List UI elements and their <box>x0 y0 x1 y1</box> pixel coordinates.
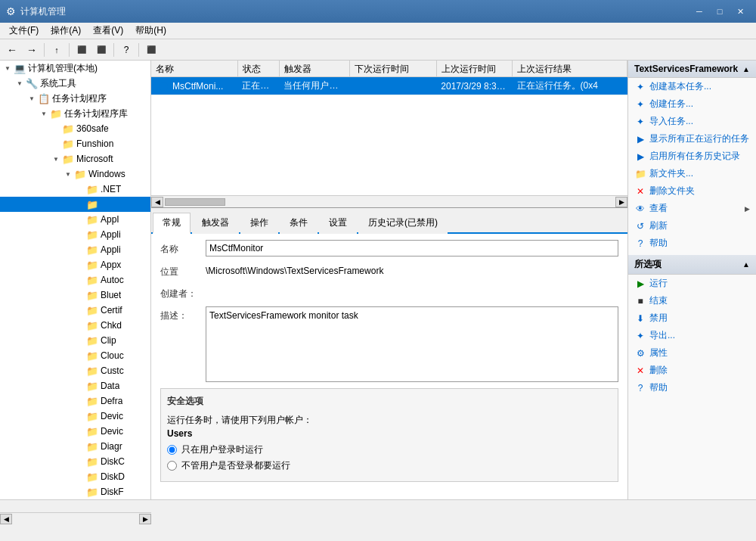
action-section-header-sub[interactable]: 所选项 ▲ <box>628 255 756 275</box>
action-end[interactable]: ■ 结束 <box>628 292 756 309</box>
tree-root[interactable]: ▼ 💻 计算机管理(本地) <box>0 61 150 76</box>
tree-expand-bluet[interactable] <box>74 289 86 301</box>
tree-expand-devic2[interactable] <box>74 425 86 437</box>
tab-general[interactable]: 常规 <box>153 213 191 234</box>
tree-expand-data[interactable] <box>74 380 86 392</box>
action-new-folder[interactable]: 📁 新文件夹... <box>628 165 756 182</box>
col-status[interactable]: 状态 <box>238 61 280 77</box>
task-scroll-right[interactable]: ▶ <box>615 197 627 207</box>
col-next-run[interactable]: 下次运行时间 <box>350 61 437 77</box>
tree-expand-clip[interactable] <box>74 334 86 347</box>
tree-expand-appli1[interactable] <box>74 229 86 241</box>
action-delete[interactable]: ✕ 删除 <box>628 362 756 379</box>
tree-expand-diskf[interactable] <box>74 486 86 498</box>
tree-funshion[interactable]: 📁 Funshion <box>0 136 150 151</box>
action-enable-history[interactable]: ▶ 启用所有任务历史记录 <box>628 148 756 165</box>
tree-expand-diskc[interactable] <box>74 455 86 468</box>
col-name[interactable]: 名称 <box>151 61 238 77</box>
tree-autoc[interactable]: 📁 Autoc <box>0 272 150 288</box>
tree-chkd[interactable]: 📁 Chkd <box>0 318 150 333</box>
back-button[interactable]: ← <box>3 42 21 58</box>
forward-button[interactable]: → <box>23 42 41 58</box>
action-create-task[interactable]: ✦ 创建任务... <box>628 95 756 113</box>
action-run[interactable]: ▶ 运行 <box>628 275 756 292</box>
tree-system-tools[interactable]: ▼ 🔧 系统工具 <box>0 76 150 91</box>
tree-diskc[interactable]: 📁 DiskC <box>0 454 150 469</box>
action-disable[interactable]: ⬇ 禁用 <box>628 309 756 327</box>
tree-expand-active[interactable] <box>74 198 86 210</box>
tree-expand-certif[interactable] <box>74 304 86 316</box>
action-view[interactable]: 👁 查看 ▶ <box>628 200 756 217</box>
tree-certif[interactable]: 📁 Certif <box>0 303 150 318</box>
action-section-header-main[interactable]: TextServicesFramework ▲ <box>628 61 756 78</box>
menu-action[interactable]: 操作(A) <box>45 23 87 39</box>
tree-expand-appi[interactable] <box>74 213 86 225</box>
tree-expand-diskd[interactable] <box>74 471 86 483</box>
menu-view[interactable]: 查看(V) <box>87 23 129 39</box>
tree-task-scheduler[interactable]: ▼ 📋 任务计划程序 <box>0 91 150 106</box>
tree-data[interactable]: 📁 Data <box>0 378 150 393</box>
tree-expand-funshion[interactable] <box>50 138 62 150</box>
tree-bluet[interactable]: 📁 Bluet <box>0 288 150 303</box>
tree-devic1[interactable]: 📁 Devic <box>0 409 150 424</box>
maximize-button[interactable]: □ <box>710 4 730 19</box>
tree-custc[interactable]: 📁 Custc <box>0 363 150 378</box>
col-last-result[interactable]: 上次运行结果 <box>513 61 627 77</box>
radio-login[interactable] <box>167 445 177 455</box>
tree-expand-windows[interactable]: ▼ <box>62 168 74 180</box>
tree-expand-appx[interactable] <box>74 259 86 271</box>
tree-clip[interactable]: 📁 Clip <box>0 333 150 348</box>
tree-dotnet[interactable]: 📁 .NET <box>0 182 150 197</box>
tree-expand-360[interactable] <box>50 123 62 135</box>
extra-button[interactable]: ⬛ <box>142 42 160 58</box>
tree-expand-chkd[interactable] <box>74 319 86 331</box>
tree-expand-clouc[interactable] <box>74 350 86 362</box>
tree-expand-dotnet[interactable] <box>74 183 86 195</box>
tree-appx[interactable]: 📁 Appx <box>0 257 150 272</box>
action-export[interactable]: ✦ 导出... <box>628 327 756 344</box>
col-trigger[interactable]: 触发器 <box>280 61 350 77</box>
action-properties[interactable]: ⚙ 属性 <box>628 344 756 362</box>
menu-help[interactable]: 帮助(H) <box>129 23 172 39</box>
tree-expand-root[interactable]: ▼ <box>2 62 14 74</box>
up-button[interactable]: ↑ <box>48 42 66 58</box>
tree-windows[interactable]: ▼ 📁 Windows <box>0 166 150 182</box>
tree-expand-diagr[interactable] <box>74 440 86 452</box>
task-list-hscroll[interactable]: ◀ ▶ <box>151 195 627 207</box>
tree-diagr[interactable]: 📁 Diagr <box>0 439 150 454</box>
minimize-button[interactable]: ─ <box>689 4 709 19</box>
tree-expand-library[interactable]: ▼ <box>38 107 50 120</box>
radio-always[interactable] <box>167 461 177 471</box>
tree-360safe[interactable]: 📁 360safe <box>0 121 150 136</box>
tree-expand-defra[interactable] <box>74 395 86 407</box>
action-create-basic[interactable]: ✦ 创建基本任务... <box>628 78 756 95</box>
action-show-running[interactable]: ▶ 显示所有正在运行的任务 <box>628 130 756 148</box>
action-help-main[interactable]: ? 帮助 <box>628 235 756 252</box>
tree-microsoft[interactable]: ▼ 📁 Microsoft <box>0 151 150 166</box>
tab-history[interactable]: 历史记录(已禁用) <box>358 213 448 234</box>
tab-triggers[interactable]: 触发器 <box>192 213 239 234</box>
action-refresh[interactable]: ↺ 刷新 <box>628 217 756 235</box>
menu-file[interactable]: 文件(F) <box>3 23 45 39</box>
tree-expand-microsoft[interactable]: ▼ <box>50 153 62 165</box>
action-help-sub[interactable]: ? 帮助 <box>628 379 756 396</box>
tree-devic2[interactable]: 📁 Devic <box>0 424 150 439</box>
tree-defra[interactable]: 📁 Defra <box>0 393 150 409</box>
tree-expand-system[interactable]: ▼ <box>14 77 26 89</box>
tree-clouc[interactable]: 📁 Clouc <box>0 348 150 363</box>
tree-appli1[interactable]: 📁 Appli <box>0 227 150 242</box>
tree-expand-task[interactable]: ▼ <box>26 92 38 104</box>
tree-expand-appli2[interactable] <box>74 244 86 256</box>
help-button[interactable]: ? <box>117 42 135 58</box>
action-delete-folder[interactable]: ✕ 删除文件夹 <box>628 182 756 200</box>
action-import-task[interactable]: ✦ 导入任务... <box>628 113 756 130</box>
tree-appli2[interactable]: 📁 Appli <box>0 242 150 257</box>
tree-appi[interactable]: 📁 AppI <box>0 212 150 227</box>
tree-active[interactable]: 📁 <box>0 197 150 212</box>
close-button[interactable]: ✕ <box>730 4 750 19</box>
form-input-name[interactable] <box>206 240 618 257</box>
col-last-run[interactable]: 上次运行时间 <box>437 61 513 77</box>
tab-settings[interactable]: 设置 <box>319 213 357 234</box>
tree-diskd[interactable]: 📁 DiskD <box>0 469 150 484</box>
form-textarea-desc[interactable]: TextServicesFramework monitor task <box>206 306 618 382</box>
